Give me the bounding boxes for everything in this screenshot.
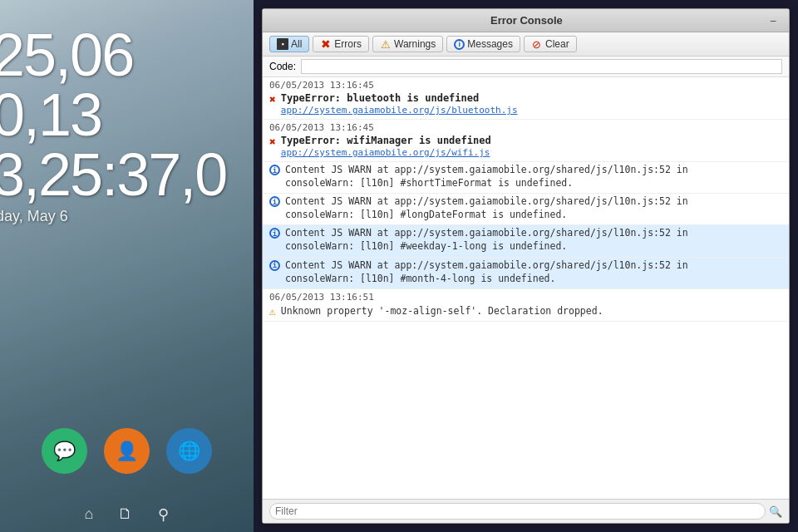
console-titlebar: Error Console − [263,9,789,32]
warning-icon: ⚠ [380,38,392,50]
clock-time-3: 3,25:37,0 [0,145,226,204]
log-entry: i Content JS WARN at app://system.gaiamo… [263,258,789,289]
filter-input[interactable] [269,503,766,520]
clock-time-2: 0,13 [0,85,226,145]
log-link[interactable]: app://system.gaiamobile.org/js/wifi.js [281,147,782,158]
messages-label: Messages [467,38,513,50]
clock-date: day, May 6 [0,209,226,224]
code-input[interactable] [301,59,782,74]
info-indicator-icon: i [269,228,280,239]
log-entry: i Content JS WARN at app://system.gaiamo… [263,194,789,225]
error-icon: ✖ [320,38,332,50]
log-text: Content JS WARN at app://system.gaiamobi… [285,163,782,190]
log-text: Unknown property '-moz-align-self'. Decl… [281,304,782,318]
log-text: Content JS WARN at app://system.gaiamobi… [285,195,782,221]
all-icon: ▪ [277,38,288,50]
nav-recents-icon[interactable]: 🗋 [118,505,133,524]
log-message: TypeError: wifiManager is undefined [281,135,782,146]
log-row: i Content JS WARN at app://system.gaiamo… [263,225,789,256]
phone-panel: 25,06 0,13 3,25:37,0 day, May 6 💬 👤 🌐 ⌂ … [0,0,254,532]
dock-contacts[interactable]: 👤 [104,428,150,474]
log-row: i Content JS WARN at app://system.gaiamo… [263,194,789,224]
log-entry: i Content JS WARN at app://system.gaiamo… [263,162,789,194]
warning-indicator-icon: ⚠ [269,305,276,318]
errors-label: Errors [334,38,362,50]
log-body: TypeError: bluetooth is undefined app://… [281,92,782,116]
log-entry: 06/05/2013 13:16:45 ✖ TypeError: wifiMan… [263,120,789,162]
clear-label: Clear [545,38,569,50]
log-body: Content JS WARN at app://system.gaiamobi… [285,163,782,190]
error-indicator-icon: ✖ [269,135,276,148]
log-body: Content JS WARN at app://system.gaiamobi… [285,259,782,285]
clear-button[interactable]: ⊘ Clear [524,36,577,52]
info-indicator-icon: i [269,260,280,271]
minimize-button[interactable]: − [766,14,781,27]
error-console: Error Console − ▪ All ✖ Errors ⚠ Warning… [262,8,790,524]
log-message: TypeError: bluetooth is undefined [281,92,782,104]
log-row: i Content JS WARN at app://system.gaiamo… [263,258,789,288]
log-body: Content JS WARN at app://system.gaiamobi… [285,226,782,253]
dock-messages[interactable]: 💬 [42,428,87,474]
dock-browser[interactable]: 🌐 [166,428,212,474]
info-indicator-icon: i [269,165,280,175]
log-row: i Content JS WARN at app://system.gaiamo… [263,162,789,193]
all-filter-button[interactable]: ▪ All [269,36,309,52]
clear-icon: ⊘ [531,38,543,50]
clock-display: 25,06 0,13 3,25:37,0 day, May 6 [0,25,226,224]
log-body: TypeError: wifiManager is undefined app:… [281,135,782,158]
error-indicator-icon: ✖ [269,93,276,106]
clock-time-1: 25,06 [0,25,226,85]
log-row: ✖ TypeError: bluetooth is undefined app:… [263,91,789,119]
warnings-filter-button[interactable]: ⚠ Warnings [372,36,443,52]
nav-home-icon[interactable]: ⌂ [85,505,94,524]
warnings-label: Warnings [394,38,436,50]
log-body: Unknown property '-moz-align-self'. Decl… [281,304,782,318]
log-body: Content JS WARN at app://system.gaiamobi… [285,195,782,221]
info-indicator-icon: i [269,196,280,207]
dock-bar: 💬 👤 🌐 [0,420,254,482]
errors-filter-button[interactable]: ✖ Errors [313,36,369,52]
log-entry: i Content JS WARN at app://system.gaiamo… [263,225,789,257]
info-icon: i [454,39,465,50]
log-text: Content JS WARN at app://system.gaiamobi… [285,259,782,285]
log-row: ⚠ Unknown property '-moz-align-self'. De… [263,303,789,321]
search-icon: 🔍 [769,505,782,518]
code-bar: Code: [263,57,789,77]
console-filter: 🔍 [263,499,789,523]
log-text: Content JS WARN at app://system.gaiamobi… [285,226,782,253]
log-timestamp: 06/05/2013 13:16:45 [263,77,789,91]
log-link[interactable]: app://system.gaiamobile.org/js/bluetooth… [281,105,782,116]
all-label: All [291,38,302,50]
code-label: Code: [269,61,296,72]
log-timestamp: 06/05/2013 13:16:51 [263,289,789,303]
log-row: ✖ TypeError: wifiManager is undefined ap… [263,134,789,161]
nav-location-icon[interactable]: ⚲ [158,505,169,524]
console-toolbar: ▪ All ✖ Errors ⚠ Warnings i Messages ⊘ C… [263,32,789,57]
log-entry: 06/05/2013 13:16:45 ✖ TypeError: bluetoo… [263,77,789,120]
console-title: Error Console [288,14,766,27]
nav-bar: ⌂ 🗋 ⚲ [0,505,254,524]
console-content[interactable]: 06/05/2013 13:16:45 ✖ TypeError: bluetoo… [263,77,789,499]
log-timestamp: 06/05/2013 13:16:45 [263,120,789,134]
log-entry: 06/05/2013 13:16:51 ⚠ Unknown property '… [263,289,789,322]
messages-filter-button[interactable]: i Messages [446,36,520,52]
